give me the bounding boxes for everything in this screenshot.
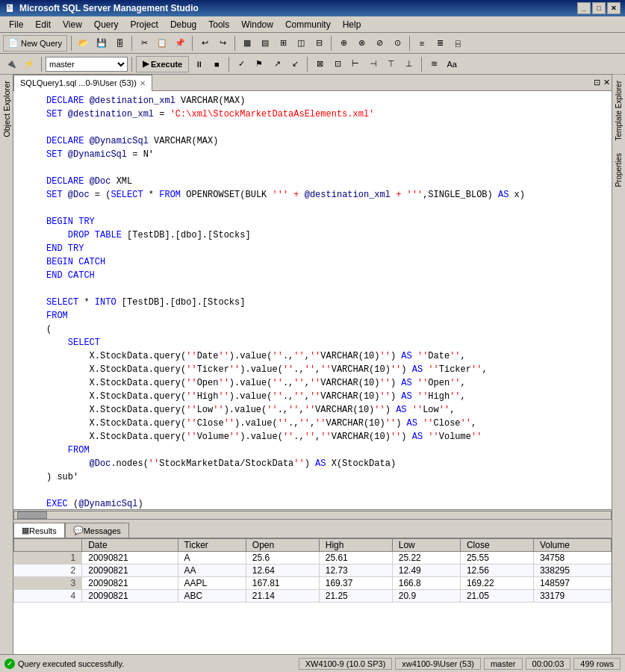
sql-line: END CATCH [46,269,609,282]
template-explorer-tab[interactable]: Template Explorer [613,75,624,147]
toolbar2-separator-3 [228,57,229,72]
row-number: 4 [14,590,82,603]
toolbar-btn-f[interactable]: ⊕ [335,35,352,52]
menu-query[interactable]: Query [88,18,125,31]
menu-community[interactable]: Community [279,18,337,31]
tb-btn-extra10[interactable]: ≋ [426,56,442,72]
status-time: 00:00:03 [526,658,571,670]
menu-file[interactable]: File [3,18,29,31]
table-cell: 25.6 [246,552,319,564]
sql-editor[interactable]: DECLARE @destination_xml VARCHAR(MAX)SET… [13,91,612,509]
menu-project[interactable]: Project [125,18,164,31]
open-button[interactable]: 📂 [75,35,92,52]
tb-btn-extra2[interactable]: ↗ [269,56,285,72]
tab-panel-close[interactable]: ✕ [603,78,610,87]
new-query-button[interactable]: 📄 New Query [3,35,67,52]
menu-tools[interactable]: Tools [202,18,235,31]
properties-tab[interactable]: Properties [613,147,624,193]
cut-button[interactable]: ✂ [136,35,152,52]
sql-line: X.StockData.query(''Close'').value(''.,'… [46,417,609,430]
copy-button[interactable]: 📋 [154,35,170,52]
query-tab-1[interactable]: SQLQuery1.sql ...0-9\User (53)) ✕ [13,75,152,91]
sql-line: X.StockData.query(''High'').value(''.,''… [46,390,609,403]
table-cell: 20090821 [82,552,178,564]
toolbar-btn-j[interactable]: ≡ [414,35,430,52]
sql-line: DROP TABLE [TestDB].[dbo].[Stocks] [46,228,609,242]
tb-btn-extra4[interactable]: ⊠ [311,56,328,72]
toolbar-btn-g[interactable]: ⊗ [353,35,370,52]
toolbar-btn-h[interactable]: ⊘ [371,35,388,52]
tb-btn-extra8[interactable]: ⊤ [383,56,399,72]
toolbar-btn-b[interactable]: ▤ [257,35,273,52]
sql-line: SET @Doc = (SELECT * FROM OPENROWSET(BUL… [46,188,609,202]
table-row: 120090821A25.625.6125.2225.5534758 [14,552,612,564]
sql-line [46,484,609,497]
toolbar-btn-k[interactable]: ≣ [432,35,448,52]
tb-btn-extra5[interactable]: ⊡ [329,56,346,72]
debug-button[interactable]: ⏸ [190,56,207,72]
connection-button[interactable]: 🔌 [3,56,19,72]
sql-line: END TRY [46,242,609,255]
paste-button[interactable]: 📌 [172,35,188,52]
close-button[interactable]: ✕ [607,2,621,14]
app-icon: 🖥 [4,2,15,14]
sql-line: @Doc.nodes(''StockMarketData/StockData''… [46,457,609,470]
toolbar-btn-c[interactable]: ⊞ [275,35,291,52]
sql-line: DECLARE @Doc XML [46,175,609,188]
table-cell: 12.56 [460,564,533,577]
database-selector[interactable]: master [46,57,128,72]
window-controls[interactable]: _ □ ✕ [577,2,621,14]
menu-window[interactable]: Window [235,18,279,31]
sql-line [46,202,609,215]
toolbar-btn-i[interactable]: ⊙ [389,35,405,52]
redo-button[interactable]: ↪ [214,35,231,52]
toolbar-2: 🔌 ⚡ master ▶ Execute ⏸ ■ ✓ ⚑ ↗ ↙ ⊠ ⊡ ⊢ ⊣… [0,54,625,75]
object-explorer-tab[interactable]: Object Explorer [1,75,13,143]
column-header: High [319,539,392,552]
save-all-button[interactable]: 🗄 [111,35,128,52]
table-cell: 25.55 [460,552,533,564]
status-database: master [484,658,523,670]
tab-float-button[interactable]: ⊡ [594,78,600,87]
menu-help[interactable]: Help [337,18,367,31]
messages-tab[interactable]: 💬 Messages [65,523,129,538]
tb-btn-extra9[interactable]: ⊥ [401,56,417,72]
tb-btn-extra7[interactable]: ⊣ [365,56,382,72]
menu-debug[interactable]: Debug [164,18,202,31]
results-tab[interactable]: ▦ Results [13,523,65,538]
row-number: 3 [14,577,82,590]
horizontal-scrollbar[interactable] [13,509,612,520]
query-tab-title: SQLQuery1.sql ...0-9\User (53)) [20,78,137,87]
toolbar-btn-l[interactable]: ⌸ [450,35,466,52]
toolbar-btn-d[interactable]: ◫ [293,35,309,52]
tb-btn-extra6[interactable]: ⊢ [347,56,364,72]
minimize-button[interactable]: _ [577,2,591,14]
sql-line: X.StockData.query(''Low'').value(''.,'',… [46,403,609,417]
save-button[interactable]: 💾 [93,35,110,52]
menu-view[interactable]: View [57,18,88,31]
status-icon: ✓ [4,659,15,669]
left-panel: Object Explorer [0,75,13,654]
maximize-button[interactable]: □ [592,2,606,14]
undo-button[interactable]: ↩ [196,35,213,52]
toolbar-btn-e[interactable]: ⊟ [311,35,327,52]
messages-icon: 💬 [73,526,84,535]
query-tab-close[interactable]: ✕ [140,79,146,87]
sql-line [46,282,609,296]
results-tab-bar: ▦ Results 💬 Messages [13,522,612,538]
cancel-button[interactable]: ■ [208,56,225,72]
status-user: xw4100-9\User (53) [395,658,481,670]
table-cell: 12.49 [392,564,460,577]
menu-edit[interactable]: Edit [29,18,57,31]
parse-button[interactable]: ✓ [233,56,249,72]
tb-btn-extra1[interactable]: ⚑ [251,56,267,72]
table-cell: 21.25 [319,590,392,603]
sql-line: FROM [46,444,609,457]
column-header: Volume [533,539,611,552]
tb-btn-extra3[interactable]: ↙ [287,56,303,72]
toolbar-btn-a[interactable]: ▦ [239,35,255,52]
tb-btn-extra11[interactable]: Aa [444,56,460,72]
table-cell: 20090821 [82,590,178,603]
execute-button[interactable]: ▶ Execute [136,56,189,72]
change-conn-button[interactable]: ⚡ [21,56,37,72]
